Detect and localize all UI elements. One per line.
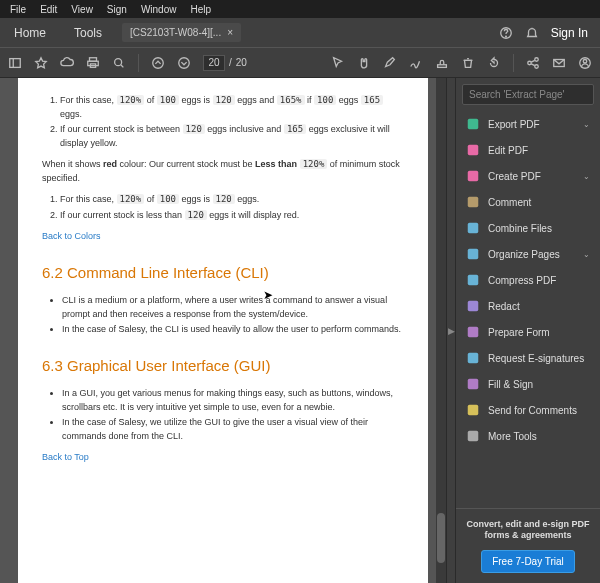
tool-redact[interactable]: Redact (456, 293, 600, 319)
tool-edit-pdf[interactable]: Edit PDF (456, 137, 600, 163)
star-icon[interactable] (34, 56, 48, 70)
tool-comment[interactable]: Comment (456, 189, 600, 215)
page-number: / 20 (203, 55, 247, 71)
menu-sign[interactable]: Sign (101, 2, 133, 17)
list-item: In the case of Salesy, we utilize the GU… (62, 416, 404, 443)
scrollbar[interactable] (436, 78, 446, 583)
page-up-icon[interactable] (151, 56, 165, 70)
chevron-right-icon: ▶ (448, 326, 455, 336)
list-item: In the case of Salesy, the CLI is used h… (62, 323, 404, 337)
chevron-down-icon: ⌄ (583, 250, 590, 259)
svg-rect-11 (438, 64, 447, 67)
tool-icon (466, 221, 480, 235)
list-item: If our current stock is between 120 eggs… (60, 123, 404, 150)
back-to-colors-link[interactable]: Back to Colors (42, 231, 101, 241)
tool-more-tools[interactable]: More Tools (456, 423, 600, 449)
svg-rect-21 (468, 145, 479, 156)
tool-icon (466, 325, 480, 339)
tool-label: Export PDF (488, 119, 575, 130)
promo-box: Convert, edit and e-sign PDF forms & agr… (456, 508, 600, 583)
svg-point-9 (153, 57, 164, 68)
svg-rect-20 (468, 119, 479, 130)
signin-button[interactable]: Sign In (551, 26, 588, 40)
notification-icon[interactable] (525, 26, 539, 40)
tool-icon (466, 403, 480, 417)
page-down-icon[interactable] (177, 56, 191, 70)
svg-rect-23 (468, 197, 479, 208)
svg-rect-30 (468, 379, 479, 390)
tool-compress-pdf[interactable]: Compress PDF (456, 267, 600, 293)
mail-icon[interactable] (552, 56, 566, 70)
select-icon[interactable] (331, 56, 345, 70)
tool-label: Prepare Form (488, 327, 590, 338)
tab-title: [CS2103T-W08-4][... (130, 27, 221, 38)
chevron-down-icon: ⌄ (583, 172, 590, 181)
tools-button[interactable]: Tools (60, 20, 116, 46)
menubar: File Edit View Sign Window Help (0, 0, 600, 18)
rotate-icon[interactable] (487, 56, 501, 70)
menu-view[interactable]: View (65, 2, 99, 17)
delete-icon[interactable] (461, 56, 475, 70)
share-icon[interactable] (526, 56, 540, 70)
sidebar-icon[interactable] (8, 56, 22, 70)
menu-file[interactable]: File (4, 2, 32, 17)
tool-label: More Tools (488, 431, 590, 442)
tool-create-pdf[interactable]: Create PDF⌄ (456, 163, 600, 189)
tool-icon (466, 299, 480, 313)
search-tools-input[interactable]: Search 'Extract Page' (462, 84, 594, 105)
help-icon[interactable] (499, 26, 513, 40)
svg-point-14 (535, 64, 539, 68)
tool-icon (466, 429, 480, 443)
svg-rect-26 (468, 275, 479, 286)
tool-fill-sign[interactable]: Fill & Sign (456, 371, 600, 397)
svg-rect-27 (468, 301, 479, 312)
back-to-top-link[interactable]: Back to Top (42, 452, 89, 462)
document-tab[interactable]: [CS2103T-W08-4][... × (122, 23, 241, 42)
print-icon[interactable] (86, 56, 100, 70)
svg-rect-2 (10, 58, 21, 67)
free-trial-button[interactable]: Free 7-Day Trial (481, 550, 575, 573)
list-item: CLI is a medium or a platform, where a u… (62, 294, 404, 321)
tool-label: Combine Files (488, 223, 590, 234)
tool-icon (466, 195, 480, 209)
tool-icon (466, 273, 480, 287)
svg-rect-28 (468, 327, 479, 338)
tool-send-for-comments[interactable]: Send for Comments (456, 397, 600, 423)
chevron-down-icon: ⌄ (583, 120, 590, 129)
menu-edit[interactable]: Edit (34, 2, 63, 17)
tool-export-pdf[interactable]: Export PDF⌄ (456, 111, 600, 137)
tool-combine-files[interactable]: Combine Files (456, 215, 600, 241)
menu-window[interactable]: Window (135, 2, 183, 17)
close-icon[interactable]: × (227, 27, 233, 38)
heading-gui: 6.3 Graphical User Interface (GUI) (42, 355, 404, 378)
page-current-input[interactable] (203, 55, 225, 71)
svg-rect-22 (468, 171, 479, 182)
hand-icon[interactable] (357, 56, 371, 70)
sign-icon[interactable] (409, 56, 423, 70)
tool-request-e-signatures[interactable]: Request E-signatures (456, 345, 600, 371)
stamp-icon[interactable] (435, 56, 449, 70)
svg-point-10 (179, 57, 190, 68)
heading-cli: 6.2 Command Line Interface (CLI) (42, 262, 404, 285)
list-item: For this case, 120% of 100 eggs is 120 e… (60, 193, 404, 207)
toolbar: / 20 (0, 48, 600, 78)
tool-label: Compress PDF (488, 275, 590, 286)
tool-organize-pages[interactable]: Organize Pages⌄ (456, 241, 600, 267)
svg-line-16 (531, 63, 535, 65)
tool-prepare-form[interactable]: Prepare Form (456, 319, 600, 345)
list-item: In a GUI, you get various menus for maki… (62, 387, 404, 414)
collapse-rail[interactable]: ▶ (446, 78, 456, 583)
profile-icon[interactable] (578, 56, 592, 70)
svg-line-8 (121, 64, 124, 67)
svg-line-15 (531, 60, 535, 62)
list-item: If our current stock is less than 120 eg… (60, 209, 404, 223)
tool-icon (466, 247, 480, 261)
svg-point-13 (535, 57, 539, 61)
menu-help[interactable]: Help (184, 2, 217, 17)
search-icon[interactable] (112, 56, 126, 70)
tool-label: Fill & Sign (488, 379, 590, 390)
tool-icon (466, 117, 480, 131)
cloud-icon[interactable] (60, 56, 74, 70)
highlight-icon[interactable] (383, 56, 397, 70)
home-button[interactable]: Home (0, 20, 60, 46)
